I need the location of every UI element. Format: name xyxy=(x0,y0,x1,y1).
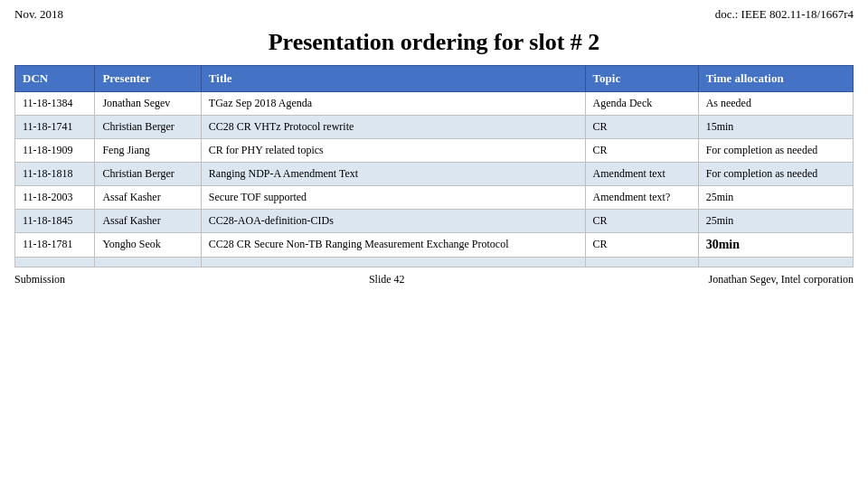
cell-presenter: Assaf Kasher xyxy=(95,186,201,210)
table-row xyxy=(15,258,854,267)
table-row: 11-18-1909Feng JiangCR for PHY related t… xyxy=(15,139,854,163)
cell-title: CC28-AOA-definition-CIDs xyxy=(201,210,585,233)
cell-time xyxy=(698,258,853,267)
cell-presenter: Feng Jiang xyxy=(95,139,201,163)
presentation-table: DCNPresenterTitleTopicTime allocation 11… xyxy=(14,65,854,267)
cell-title: CR for PHY related topics xyxy=(201,139,585,163)
table-row: 11-18-1818Christian BergerRanging NDP-A … xyxy=(15,163,854,186)
table-row: 11-18-1741Christian BergerCC28 CR VHTz P… xyxy=(15,116,854,139)
footer-left: Submission xyxy=(14,273,65,286)
table-row: 11-18-1845Assaf KasherCC28-AOA-definitio… xyxy=(15,210,854,233)
cell-topic: CR xyxy=(585,210,698,233)
cell-title: Secure TOF supported xyxy=(201,186,585,210)
cell-dcn xyxy=(15,258,95,267)
main-title: Presentation ordering for slot # 2 xyxy=(0,29,868,56)
col-header-dcn: DCN xyxy=(15,66,95,92)
cell-presenter xyxy=(95,258,201,267)
cell-topic: CR xyxy=(585,116,698,139)
cell-time: For completion as needed xyxy=(698,163,853,186)
cell-dcn: 11-18-1909 xyxy=(15,139,95,163)
table-row: 11-18-1384Jonathan SegevTGaz Sep 2018 Ag… xyxy=(15,92,854,116)
cell-time: 25min xyxy=(698,210,853,233)
cell-dcn: 11-18-1845 xyxy=(15,210,95,233)
cell-time: 30min xyxy=(698,233,853,258)
cell-dcn: 11-18-1741 xyxy=(15,116,95,139)
cell-topic: Amendment text xyxy=(585,163,698,186)
header-bar: Nov. 2018 doc.: IEEE 802.11-18/1667r4 xyxy=(0,0,868,25)
cell-dcn: 11-18-1384 xyxy=(15,92,95,116)
cell-topic xyxy=(585,258,698,267)
cell-dcn: 11-18-1781 xyxy=(15,233,95,258)
cell-time: 15min xyxy=(698,116,853,139)
header-left: Nov. 2018 xyxy=(14,7,63,22)
table-row: 11-18-1781Yongho SeokCC28 CR Secure Non-… xyxy=(15,233,854,258)
cell-dcn: 11-18-1818 xyxy=(15,163,95,186)
table-header-row: DCNPresenterTitleTopicTime allocation xyxy=(15,66,854,92)
col-header-title: Title xyxy=(201,66,585,92)
col-header-time-allocation: Time allocation xyxy=(698,66,853,92)
footer-right: Jonathan Segev, Intel corporation xyxy=(708,273,854,286)
cell-presenter: Christian Berger xyxy=(95,116,201,139)
cell-time: For completion as needed xyxy=(698,139,853,163)
footer-bar: Submission Slide 42 Jonathan Segev, Inte… xyxy=(0,267,868,286)
cell-title xyxy=(201,258,585,267)
cell-time: As needed xyxy=(698,92,853,116)
cell-title: Ranging NDP-A Amendment Text xyxy=(201,163,585,186)
table-row: 11-18-2003Assaf KasherSecure TOF support… xyxy=(15,186,854,210)
col-header-topic: Topic xyxy=(585,66,698,92)
cell-topic: CR xyxy=(585,233,698,258)
cell-dcn: 11-18-2003 xyxy=(15,186,95,210)
cell-presenter: Christian Berger xyxy=(95,163,201,186)
footer-center: Slide 42 xyxy=(369,273,405,286)
cell-time: 25min xyxy=(698,186,853,210)
cell-presenter: Jonathan Segev xyxy=(95,92,201,116)
cell-title: CC28 CR VHTz Protocol rewrite xyxy=(201,116,585,139)
cell-presenter: Yongho Seok xyxy=(95,233,201,258)
cell-presenter: Assaf Kasher xyxy=(95,210,201,233)
cell-title: CC28 CR Secure Non-TB Ranging Measuremen… xyxy=(201,233,585,258)
col-header-presenter: Presenter xyxy=(95,66,201,92)
cell-topic: Agenda Deck xyxy=(585,92,698,116)
table-wrapper: DCNPresenterTitleTopicTime allocation 11… xyxy=(0,65,868,267)
header-right: doc.: IEEE 802.11-18/1667r4 xyxy=(715,7,854,22)
cell-topic: Amendment text? xyxy=(585,186,698,210)
cell-topic: CR xyxy=(585,139,698,163)
cell-title: TGaz Sep 2018 Agenda xyxy=(201,92,585,116)
